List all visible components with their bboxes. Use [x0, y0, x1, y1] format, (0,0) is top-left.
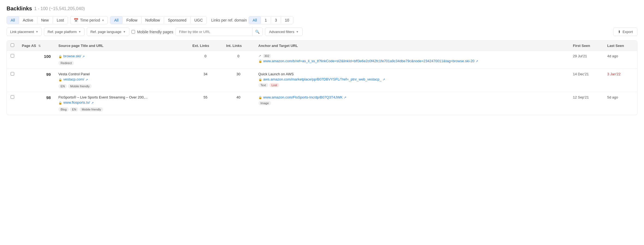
ext-links-cell: 34	[189, 69, 222, 92]
table-row: 99Vesta Control Panel🔒vestacp.com/↗ENMob…	[7, 69, 637, 92]
link-placement-label: Link placement	[10, 30, 34, 34]
export-button[interactable]: ⬆ Export	[613, 28, 637, 36]
table-body: 100🔒browse.ski/↗Redirect00↗302🔒www.amazo…	[7, 51, 637, 115]
as-score-cell: 99	[18, 69, 55, 92]
time-period-label: Time period	[80, 18, 100, 22]
source-url-link[interactable]: browse.ski/	[63, 54, 81, 58]
filters-row-2: Link placement ▼ Ref. page platform ▼ Re…	[7, 28, 637, 36]
int-links-cell: 0	[222, 51, 255, 69]
backlinks-table: Page AS ⇅ Source page Title and URL Ext.…	[7, 41, 637, 115]
filter-active-btn[interactable]: Active	[19, 16, 37, 24]
anchor-url-link[interactable]: aws.amazon.com/marketplace/pp/B07DBVYSFL…	[263, 77, 381, 81]
search-input[interactable]	[176, 28, 252, 36]
filter-lost-btn[interactable]: Lost	[53, 16, 68, 24]
external-link-icon: ↗	[383, 78, 385, 81]
chevron-down-icon: ▼	[78, 30, 81, 33]
lpd-3-btn[interactable]: 3	[271, 16, 281, 24]
chevron-down-icon: ▼	[35, 30, 38, 33]
row-checkbox-cell	[7, 51, 18, 69]
last-seen-cell: 5d ago	[603, 92, 637, 115]
anchor-tag-badge: Lost	[269, 83, 279, 87]
row-checkbox[interactable]	[11, 54, 14, 58]
link-placement-dropdown[interactable]: Link placement ▼	[7, 28, 42, 36]
redirect-code-badge: 302	[263, 54, 271, 58]
external-link-icon: ↗	[82, 55, 85, 58]
first-seen-cell: 14 Dec'21	[569, 69, 603, 92]
anchor-cell: Quick Launch on AWS🔒aws.amazon.com/marke…	[255, 69, 569, 92]
first-seen-cell: 12 Sep'21	[569, 92, 603, 115]
link-type-all-btn[interactable]: All	[110, 16, 122, 24]
source-cell: FloSports® – Live Sports Event Streaming…	[55, 92, 189, 115]
advanced-filters-button[interactable]: Advanced filters ▼	[265, 28, 303, 36]
link-type-follow-btn[interactable]: Follow	[123, 16, 141, 24]
row-checkbox[interactable]	[11, 95, 14, 99]
links-per-domain-filter: All 1 3 10	[249, 16, 293, 24]
row-checkbox-cell	[7, 92, 18, 115]
time-period-btn[interactable]: 📅 Time period ▼	[70, 16, 108, 24]
mobile-friendly-checkbox-label[interactable]: Mobile friendly pages	[132, 30, 173, 34]
ref-page-platform-dropdown[interactable]: Ref. page platform ▼	[44, 28, 85, 36]
chevron-down-icon: ▼	[123, 30, 126, 33]
row-checkbox[interactable]	[11, 72, 14, 76]
export-icon: ⬆	[618, 30, 621, 34]
source-tags: ENMobile friendly	[58, 83, 185, 88]
links-per-domain-group: Links per ref. domain All 1 3 10	[211, 16, 293, 24]
source-tag-badge: Redirect	[58, 61, 74, 65]
source-url-link[interactable]: www.flosports.tv/	[63, 100, 90, 104]
anchor-cell: 🔒www.amazon.com/FloSports-Inc/dp/B07Q3T4…	[255, 92, 569, 115]
mobile-friendly-label: Mobile friendly pages	[137, 30, 173, 34]
lpd-1-btn[interactable]: 1	[261, 16, 271, 24]
lock-icon: 🔒	[258, 96, 262, 99]
source-url-link[interactable]: vestacp.com/	[63, 77, 84, 81]
last-seen-value: 5d ago	[607, 95, 618, 99]
filter-all-btn[interactable]: All	[7, 16, 19, 24]
lpd-10-btn[interactable]: 10	[281, 16, 293, 24]
external-link-icon: ↗	[91, 101, 94, 105]
search-icon: 🔍	[255, 30, 260, 34]
link-type-sponsored-btn[interactable]: Sponsored	[164, 16, 190, 24]
filter-new-btn[interactable]: New	[37, 16, 53, 24]
col-ext-links: Ext. Links	[189, 41, 222, 51]
anchor-tags: Image	[258, 100, 565, 105]
link-type-ugc-btn[interactable]: UGC	[190, 16, 207, 24]
mobile-friendly-checkbox[interactable]	[132, 30, 135, 34]
external-link-icon: ↗	[344, 96, 346, 99]
anchor-url-link[interactable]: www.amazon.com/FloSports-Inc/dp/B07Q3T4J…	[263, 95, 343, 99]
calendar-icon: 📅	[74, 18, 78, 22]
source-tags: BlogENMobile friendly	[58, 107, 185, 112]
links-per-domain-label: Links per ref. domain	[211, 18, 247, 22]
advanced-filters-label: Advanced filters	[269, 30, 294, 34]
link-type-filter-group: All Follow Nofollow Sponsored UGC	[110, 16, 207, 24]
as-score-cell: 98	[18, 92, 55, 115]
ref-page-language-dropdown[interactable]: Ref. page language ▼	[87, 28, 129, 36]
source-cell: 🔒browse.ski/↗Redirect	[55, 51, 189, 69]
col-last-seen: Last Seen	[603, 41, 637, 51]
lock-icon: 🔒	[58, 78, 62, 82]
col-anchor-target: Anchor and Target URL	[255, 41, 569, 51]
col-int-links: Int. Links	[222, 41, 255, 51]
as-score: 100	[44, 54, 51, 59]
lock-icon: 🔒	[58, 101, 62, 105]
select-all-checkbox[interactable]	[11, 43, 14, 47]
table-row: 98FloSports® – Live Sports Event Streami…	[7, 92, 637, 115]
filters-row-1: All Active New Lost 📅 Time period ▼ All …	[7, 16, 637, 24]
source-tag-badge: EN	[70, 107, 78, 112]
source-tag-badge: Mobile friendly	[79, 107, 103, 112]
search-button[interactable]: 🔍	[252, 28, 263, 36]
chevron-down-icon: ▼	[102, 19, 105, 22]
source-tag-badge: EN	[58, 84, 67, 88]
last-seen-cell: 4d ago	[603, 51, 637, 69]
ext-links-cell: 55	[189, 92, 222, 115]
source-tags: Redirect	[58, 60, 185, 65]
last-seen-cell: 3 Jan'22	[603, 69, 637, 92]
anchor-tag-badge: Text	[258, 83, 268, 87]
redirect-arrow-icon: ↗	[258, 54, 261, 58]
status-filter-group: All Active New Lost	[7, 16, 68, 24]
source-cell: Vesta Control Panel🔒vestacp.com/↗ENMobil…	[55, 69, 189, 92]
lpd-all-btn[interactable]: All	[249, 16, 261, 24]
link-type-nofollow-btn[interactable]: Nofollow	[142, 16, 164, 24]
anchor-url-link[interactable]: www.amazon.com/b/ref=as_li_ss_tl?linkCod…	[263, 59, 475, 63]
external-link-icon: ↗	[476, 59, 478, 63]
as-score: 99	[46, 72, 51, 77]
col-page-as[interactable]: Page AS ⇅	[18, 41, 55, 51]
